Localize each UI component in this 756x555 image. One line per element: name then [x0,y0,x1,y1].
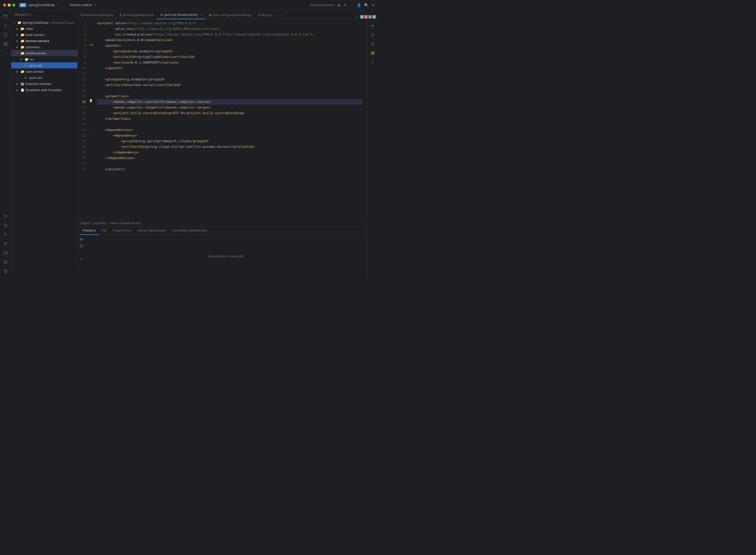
code-line-16: <maven.compiler.source>17</maven.compile… [97,99,363,105]
breadcrumb-project[interactable]: project [81,221,90,225]
title-bar-right: BorrowApplication ▶ ⚙ ⋯ 👤 🔍 ⚙ [310,3,375,7]
svg-rect-7 [4,242,5,243]
account-icon[interactable]: 👤 [357,3,361,7]
tab-borrow-controller[interactable]: J BorrowController.java [78,11,117,19]
leaf-icon[interactable]: 🌿 [368,49,377,57]
code-line-24: <artifactId>spring-cloud-starter-netflix… [97,144,363,150]
hint-blue-icon[interactable]: ↑ [90,132,95,137]
code-line-20 [97,122,363,127]
editor-scrollbar[interactable] [365,19,367,219]
breadcrumb-properties[interactable]: properties [93,221,106,225]
tree-item-src[interactable]: ▶ 📁 src [11,56,77,62]
svg-point-15 [81,239,82,240]
tree-item-external-libraries[interactable]: ▶ 📚 External Libraries [11,81,77,87]
java-file-icon: J [258,13,260,17]
arrow-icon: ▶ [16,46,19,48]
git-icon[interactable] [2,240,10,248]
project-name[interactable]: springCloudStudy [28,3,55,7]
sync-icon: ⇄ [368,15,372,18]
sidebar-tree: ▾ 📁 springCloudStudy ~/Desktop/CS/Java..… [11,19,77,278]
ai-icon[interactable] [368,58,377,67]
close-button[interactable] [3,4,6,7]
tab-problems[interactable]: Problems [80,227,99,235]
arrow-icon: ▶ [16,82,19,85]
arrow-icon: ▶ [16,27,19,30]
fold-icon-6[interactable]: m [90,42,95,47]
minimize-button[interactable] [8,4,11,7]
tab-main[interactable]: J Main.ja... [255,11,277,19]
tab-server-side[interactable]: Server-Side Analysis [134,227,169,235]
svg-rect-2 [6,42,7,44]
settings-icon[interactable]: ⚙ [372,3,375,7]
folder-icon: 📁 [20,33,25,37]
code-line-11 [97,71,363,77]
vcs-bottom-icon[interactable] [2,267,10,275]
terminal-icon[interactable] [2,249,10,257]
tree-item-borrow-service[interactable]: ▶ 📁 borrow-service [11,38,77,44]
xml-icon: m [25,64,29,67]
idea-folder-icon: 📂 [20,27,25,31]
bookmark-icon[interactable] [2,31,10,39]
more-tabs-button[interactable]: ⋯ [277,11,284,19]
folder-icon[interactable] [2,12,10,20]
tab-close-button[interactable]: ✕ [199,13,203,17]
code-line-26: </dependencies> [97,155,363,161]
tab-bar: J BorrowController.java J BorrowApplicat… [78,10,378,19]
code-content[interactable]: <project xmlns="http://maven.apache.org/… [95,19,365,219]
tree-item-eureka-server[interactable]: ▾ 📁 eureka-server [11,50,77,56]
problems-tool-icon[interactable] [2,258,10,266]
java-file-icon: J [81,13,82,17]
tab-file[interactable]: File [99,227,110,235]
tree-item-scratches[interactable]: ▶ 📋 Scratches and Consoles [11,87,77,93]
right-tools: m 🌿 [367,19,378,278]
svg-rect-1 [4,42,5,44]
reload-icon: ↻ [364,15,368,18]
build-icon[interactable] [2,221,10,229]
tree-item-commons[interactable]: ▶ 📁 commons [11,44,77,50]
code-editor[interactable]: 2 3 4 5 6 7 8 9 10 11 12 13 14 15 [78,19,367,219]
svg-rect-3 [4,44,5,46]
run-config[interactable]: BorrowApplication [310,3,335,7]
breadcrumb-compiler-source[interactable]: maven.compiler.source [109,221,141,225]
hint-bulb-icon[interactable]: 💡 [90,98,95,104]
filter-icon[interactable] [79,243,84,249]
svg-point-12 [4,270,5,271]
xml-icon: m [25,76,29,79]
tree-item-root[interactable]: ▾ 📁 springCloudStudy ~/Desktop/CS/Java..… [11,19,77,26]
run-icon[interactable]: ▶ [338,3,341,7]
history-icon[interactable] [368,40,377,48]
eye-icon[interactable] [79,237,84,242]
debug-icon[interactable]: ⚙ [344,3,347,7]
tree-item-book-service[interactable]: ▶ 📁 book-service [11,32,77,38]
arrow-icon: ▶ [16,40,19,42]
traffic-lights [3,4,15,7]
notification-icon[interactable] [368,31,377,39]
tree-item-pom-root[interactable]: ▶ m pom.xml [11,75,77,81]
maximize-button[interactable] [12,4,15,7]
tab-pom-spring[interactable]: m pom.xml (springCloudStudy) [206,11,255,19]
tab-vulnerable[interactable]: Vulnerable Dependencies [169,227,210,235]
search-tool-icon[interactable] [2,230,10,239]
tab-project-errors[interactable]: Project Errors [110,227,134,235]
main-layout: ⋯ [0,10,378,278]
run-configs-icon[interactable] [2,212,10,220]
vcs-icon[interactable] [2,22,10,30]
dot-icon[interactable]: · [79,250,84,255]
version-control[interactable]: Version control [70,3,92,7]
tree-item-pom-eureka[interactable]: ▶ m pom.xml [11,62,77,69]
folder-icon: 📁 [20,70,25,74]
grid-icon[interactable]: ⊞ [79,256,84,262]
maven-right-icon[interactable]: m [368,22,377,30]
scratches-icon: 📋 [20,88,25,92]
more-icon[interactable]: ⋯ [350,3,354,7]
more-tools-icon[interactable]: ⋯ [2,49,10,57]
tab-pom-eureka[interactable]: m pom.xml (eureka-server) ✕ [157,11,206,19]
tab-borrow-application[interactable]: J BorrowApplication.java [117,11,157,19]
plugins-icon[interactable] [2,40,10,48]
tree-item-user-service[interactable]: ▶ 📁 user-service [11,69,77,75]
code-line-19: </properties> [97,116,363,122]
search-icon[interactable]: 🔍 [364,3,368,7]
arrow-icon: ▶ [16,89,19,91]
activity-bar-bottom [2,212,10,275]
tree-item-idea[interactable]: ▶ 📂 .idea [11,26,77,32]
